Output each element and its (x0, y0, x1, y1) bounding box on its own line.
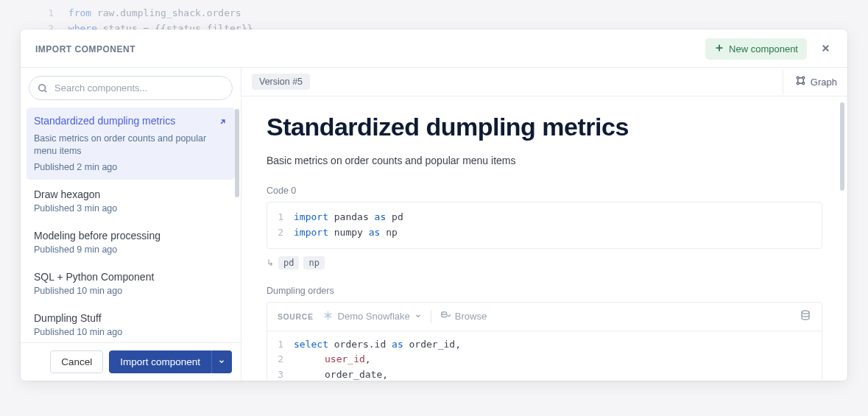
chevron-down-icon (414, 311, 422, 322)
svg-point-0 (39, 84, 46, 91)
preview-body[interactable]: Standardized dumpling metrics Basic metr… (241, 96, 847, 381)
svg-point-4 (802, 82, 805, 85)
list-item-meta: Published 10 min ago (34, 286, 227, 296)
scrollbar[interactable] (235, 109, 239, 197)
list-item-title: Modeling before processing (34, 230, 160, 242)
outputs-row: ↳ pd np (267, 256, 822, 269)
modal-title: IMPORT COMPONENT (35, 44, 135, 54)
import-button[interactable]: Import component (109, 350, 211, 373)
browse-button[interactable]: Browse (440, 310, 487, 322)
graph-label: Graph (811, 77, 837, 88)
svg-point-1 (797, 77, 799, 79)
cell-label: Dumpling orders (267, 286, 822, 296)
import-component-modal: IMPORT COMPONENT New component (21, 29, 847, 381)
browse-icon (440, 310, 451, 322)
list-item[interactable]: SQL + Python Component Published 10 min … (27, 264, 235, 303)
component-desc: Basic metrics on order counts and popula… (267, 155, 822, 166)
sidebar: Standardized dumpling metrics Basic metr… (21, 68, 241, 381)
code-block-sql: 1 select orders.id as order_id, 2 user_i… (267, 331, 822, 381)
list-item-meta: Published 3 min ago (34, 203, 227, 214)
list-item-title: Dumpling Stuff (34, 312, 102, 324)
svg-point-6 (802, 311, 809, 314)
header-actions: New component (705, 38, 834, 60)
search-input[interactable] (29, 76, 233, 100)
svg-point-5 (442, 312, 447, 315)
output-chip: np (303, 256, 324, 269)
cell-label: Code 0 (267, 186, 822, 196)
new-component-label: New component (729, 43, 798, 54)
search-icon (38, 83, 48, 94)
sql-source-header: SOURCE Demo Snowflake (267, 302, 822, 331)
preview-header: Version #5 Graph (241, 68, 847, 96)
search-wrap (21, 68, 241, 105)
chevron-down-icon (218, 356, 225, 367)
import-dropdown-button[interactable] (211, 350, 232, 373)
divider (431, 310, 431, 323)
list-item-title: Draw hexagon (34, 188, 100, 200)
modal-header: IMPORT COMPONENT New component (21, 29, 847, 68)
list-item-title: SQL + Python Component (34, 271, 154, 283)
list-item[interactable]: Standardized dumpling metrics Basic metr… (27, 107, 235, 180)
new-component-button[interactable]: New component (705, 38, 807, 60)
list-item[interactable]: Dumpling Stuff Published 10 min ago (27, 305, 235, 342)
modal-body: Standardized dumpling metrics Basic metr… (21, 68, 847, 381)
component-title: Standardized dumpling metrics (267, 113, 822, 141)
source-label: SOURCE (278, 312, 314, 321)
close-icon (820, 43, 831, 56)
preview-pane: Version #5 Graph Standardized dumpling m… (241, 68, 847, 381)
version-badge: Version #5 (252, 74, 310, 90)
import-button-group: Import component (109, 350, 232, 373)
plus-icon (714, 43, 724, 55)
list-item[interactable]: Draw hexagon Published 3 min ago (27, 181, 235, 221)
scrollbar[interactable] (840, 102, 844, 191)
database-icon[interactable] (800, 309, 811, 324)
component-list[interactable]: Standardized dumpling metrics Basic metr… (21, 105, 241, 342)
svg-point-3 (797, 82, 799, 85)
output-arrow-icon: ↳ (267, 258, 274, 268)
code-block-python: 1 import pandas as pd 2 import numpy as … (267, 202, 822, 249)
graph-icon (795, 75, 806, 88)
cancel-button[interactable]: Cancel (50, 350, 103, 373)
svg-point-2 (802, 77, 805, 79)
output-chip: pd (278, 256, 299, 269)
graph-button[interactable]: Graph (783, 69, 837, 94)
list-item-meta: Published 2 min ago (34, 162, 227, 172)
list-item-title: Standardized dumpling metrics (34, 115, 175, 127)
list-item[interactable]: Modeling before processing Published 9 m… (27, 222, 235, 262)
list-item-desc: Basic metrics on order counts and popula… (34, 133, 227, 158)
close-button[interactable] (817, 40, 834, 59)
list-item-meta: Published 10 min ago (34, 327, 227, 337)
sidebar-footer: Cancel Import component (21, 342, 241, 381)
source-selector[interactable]: Demo Snowflake (322, 310, 422, 323)
list-item-meta: Published 9 min ago (34, 244, 227, 255)
snowflake-icon (322, 310, 334, 323)
open-arrow-icon (218, 116, 227, 130)
